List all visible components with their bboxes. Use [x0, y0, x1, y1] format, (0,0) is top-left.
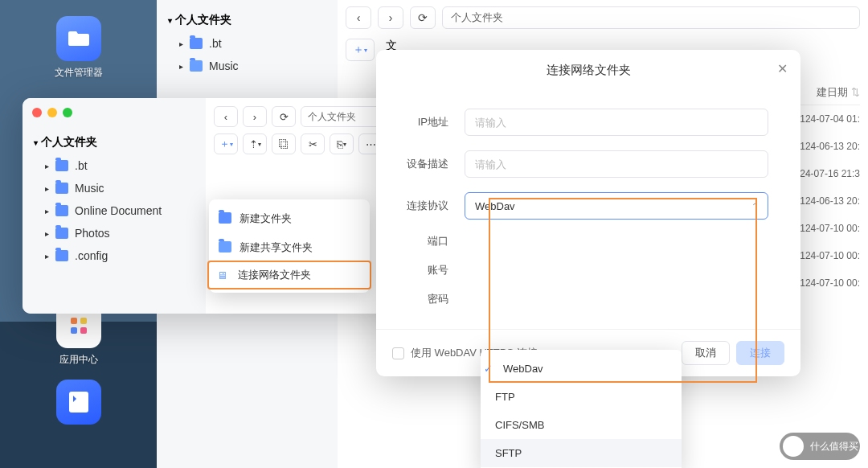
add-button[interactable]: ＋▾	[346, 39, 375, 61]
sidebar-item[interactable]: ▸Online Document	[31, 199, 198, 222]
ip-input[interactable]	[465, 109, 768, 136]
cancel-button[interactable]: 取消	[682, 341, 730, 365]
sidebar-item[interactable]: ▸Music	[31, 177, 198, 199]
breadcrumb[interactable]: 个人文件夹	[442, 6, 860, 29]
traffic-lights	[32, 108, 72, 117]
dock-label: 文件管理器	[55, 66, 103, 80]
account-label: 账号	[392, 263, 465, 277]
protocol-label: 连接协议	[392, 199, 465, 213]
dropdown-option[interactable]: WebDav	[481, 355, 682, 383]
desc-label: 设备描述	[392, 157, 465, 171]
sidebar-item[interactable]: ▸.config	[31, 244, 198, 267]
menu-item-connect-network-folder[interactable]: 🖥连接网络文件夹	[207, 261, 371, 289]
copy-button[interactable]: ⿻	[272, 133, 296, 154]
sidebar-item[interactable]: ▸.bt	[31, 154, 198, 177]
dock-label: 应用中心	[56, 353, 101, 367]
ip-label: IP地址	[392, 115, 465, 129]
dialog-header: 连接网络文件夹 ✕	[376, 50, 800, 86]
nav-forward-button[interactable]: ›	[378, 6, 403, 29]
nav-back-button[interactable]: ‹	[214, 106, 238, 127]
toolbar: ‹ › ⟳ 个人文件夹	[346, 0, 860, 35]
dialog-title: 连接网络文件夹	[547, 63, 631, 76]
close-button[interactable]	[32, 108, 42, 117]
watermark: 什么值得买	[780, 433, 860, 460]
popup-sidebar: ▾个人文件夹 ▸.bt ▸Music ▸Online Document ▸Pho…	[23, 98, 206, 314]
svg-rect-1	[80, 318, 87, 324]
monitor-icon: 🖥	[217, 269, 230, 281]
svg-rect-4	[69, 392, 88, 413]
upload-button[interactable]: ⇡▾	[243, 133, 267, 154]
sidebar-title[interactable]: ▾个人文件夹	[165, 8, 330, 32]
dock-item-notes[interactable]	[56, 380, 101, 425]
dropdown-option[interactable]: SFTP	[481, 439, 682, 467]
dropdown-option[interactable]: CIFS/SMB	[481, 411, 682, 439]
dropdown-option[interactable]: FTP	[481, 383, 682, 411]
menu-item-new-folder[interactable]: 新建文件夹	[209, 204, 370, 233]
connect-button[interactable]: 连接	[736, 341, 784, 365]
svg-rect-0	[71, 318, 77, 324]
add-button[interactable]: ＋▾	[214, 133, 238, 154]
desc-input[interactable]	[465, 150, 768, 178]
protocol-select[interactable]: WebDav ⌃	[465, 192, 768, 220]
cut-button[interactable]: ✂	[301, 133, 325, 154]
svg-rect-3	[80, 327, 87, 334]
sidebar-item[interactable]: ▸Music	[165, 55, 330, 77]
protocol-dropdown: WebDav FTP CIFS/SMB SFTP	[481, 350, 682, 468]
maximize-button[interactable]	[63, 108, 72, 117]
connect-network-folder-dialog: 连接网络文件夹 ✕ IP地址 设备描述 连接协议 WebDav ⌃ WebDav…	[376, 50, 800, 376]
svg-rect-2	[71, 327, 77, 334]
folder-icon	[56, 16, 101, 61]
nav-forward-button[interactable]: ›	[243, 106, 267, 127]
refresh-button[interactable]: ⟳	[272, 106, 296, 127]
chevron-up-icon: ⌃	[751, 202, 758, 211]
dock-item-file-manager[interactable]: 文件管理器	[55, 16, 103, 80]
checkbox-icon	[392, 347, 404, 359]
notes-icon	[56, 380, 101, 425]
refresh-button[interactable]: ⟳	[410, 6, 436, 29]
menu-item-new-shared-folder[interactable]: 新建共享文件夹	[209, 233, 370, 262]
sidebar-title[interactable]: ▾个人文件夹	[31, 130, 198, 154]
minimize-button[interactable]	[47, 108, 57, 117]
context-menu: 新建文件夹 新建共享文件夹 🖥连接网络文件夹	[209, 199, 370, 293]
nav-back-button[interactable]: ‹	[346, 6, 371, 29]
sidebar-item[interactable]: ▸Photos	[31, 222, 198, 244]
sidebar-item[interactable]: ▸.bt	[165, 32, 330, 55]
close-icon[interactable]: ✕	[777, 61, 788, 76]
paste-button[interactable]: ⎘▾	[330, 133, 354, 154]
port-label: 端口	[392, 234, 465, 248]
password-label: 密码	[392, 292, 465, 306]
